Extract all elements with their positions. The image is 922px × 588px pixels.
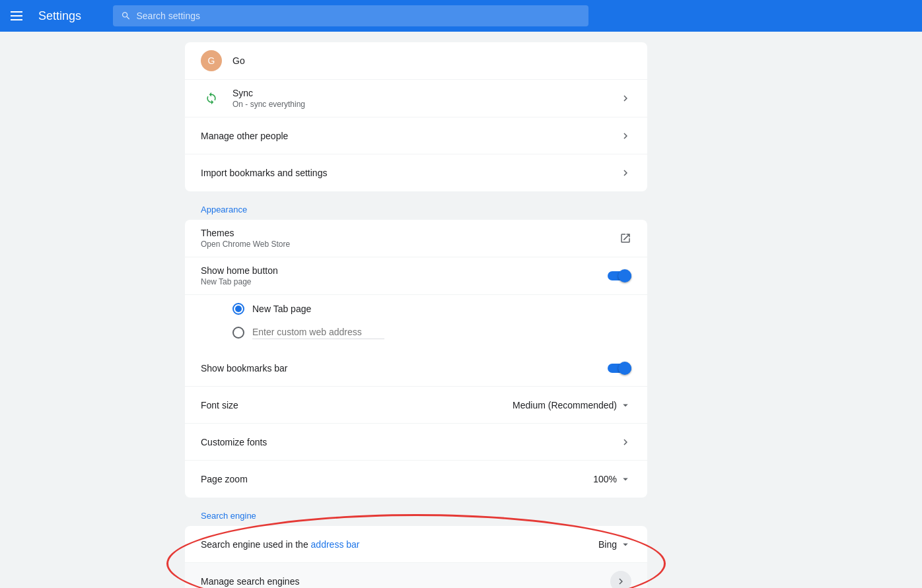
customize-fonts-text: Customize fonts	[201, 437, 620, 447]
page-zoom-dropdown[interactable]: 100%	[593, 473, 631, 485]
sync-label: Sync	[232, 88, 620, 98]
address-bar-link[interactable]: address bar	[311, 539, 360, 550]
search-icon	[121, 11, 131, 21]
menu-icon[interactable]	[11, 11, 22, 20]
manage-people-right	[620, 130, 631, 142]
external-link-icon	[620, 232, 631, 244]
sync-icon-wrap	[201, 88, 222, 109]
chevron-right-icon	[620, 436, 631, 448]
search-engine-row[interactable]: Search engine used in the address bar Bi…	[185, 526, 647, 563]
font-size-row[interactable]: Font size Medium (Recommended)	[185, 387, 647, 424]
themes-text: Themes Open Chrome Web Store	[201, 228, 620, 249]
sync-text: Sync On - sync everything	[232, 88, 620, 109]
customize-fonts-label: Customize fonts	[201, 437, 620, 447]
custom-address-radio-row[interactable]	[232, 320, 631, 344]
app-title: Settings	[38, 9, 81, 23]
new-tab-radio-selected[interactable]	[232, 303, 244, 315]
manage-search-engines-text: Manage search engines	[201, 576, 610, 587]
manage-search-engines-label: Manage search engines	[201, 576, 610, 587]
show-bookmarks-toggle[interactable]	[608, 362, 631, 375]
home-button-radio-group: New Tab page	[185, 295, 647, 350]
page-zoom-value: 100%	[593, 474, 617, 484]
search-engine-text: Search engine used in the address bar	[201, 539, 598, 550]
search-engine-dropdown[interactable]: Bing	[598, 539, 631, 550]
page-zoom-label: Page zoom	[201, 474, 593, 484]
manage-search-engines-button[interactable]	[610, 571, 631, 588]
profile-row[interactable]: G Go	[185, 42, 647, 80]
page-zoom-row[interactable]: Page zoom 100%	[185, 461, 647, 498]
manage-search-engines-row[interactable]: Manage search engines	[185, 563, 647, 588]
bookmarks-toggle[interactable]	[608, 362, 631, 375]
manage-people-row[interactable]: Manage other people	[185, 117, 647, 154]
search-engine-header: Search engine	[185, 500, 647, 526]
import-row[interactable]: Import bookmarks and settings	[185, 154, 647, 191]
profile-text: Go	[232, 55, 631, 66]
search-engine-wrapper: Search engine used in the address bar Bi…	[185, 526, 647, 588]
themes-row[interactable]: Themes Open Chrome Web Store	[185, 220, 647, 257]
people-section-card: G Go Sync On - sync everything	[185, 42, 647, 191]
themes-label: Themes	[201, 228, 620, 238]
page-zoom-text: Page zoom	[201, 474, 593, 484]
custom-address-radio[interactable]	[232, 327, 244, 339]
manage-people-label: Manage other people	[201, 131, 620, 141]
sidebar	[0, 32, 185, 588]
show-bookmarks-row[interactable]: Show bookmarks bar	[185, 350, 647, 387]
appearance-header: Appearance	[185, 194, 647, 220]
dropdown-arrow-icon	[620, 473, 631, 485]
new-tab-label: New Tab page	[252, 304, 311, 314]
search-engine-card: Search engine used in the address bar Bi…	[185, 526, 647, 588]
show-bookmarks-label: Show bookmarks bar	[201, 363, 608, 374]
themes-subtitle: Open Chrome Web Store	[201, 240, 620, 249]
sync-icon	[205, 92, 218, 105]
chevron-right-icon	[615, 575, 627, 587]
import-text: Import bookmarks and settings	[201, 168, 620, 178]
customize-fonts-row[interactable]: Customize fonts	[185, 424, 647, 461]
sync-row[interactable]: Sync On - sync everything	[185, 80, 647, 117]
search-bar	[113, 5, 588, 26]
appearance-section-card: Themes Open Chrome Web Store Show home b…	[185, 220, 647, 498]
sync-status: On - sync everything	[232, 100, 620, 109]
search-input[interactable]	[137, 11, 581, 21]
import-label: Import bookmarks and settings	[201, 168, 620, 178]
show-home-button-label: Show home button	[201, 265, 608, 276]
themes-right	[620, 232, 631, 244]
new-tab-radio-row[interactable]: New Tab page	[232, 298, 631, 320]
chevron-right-icon	[620, 130, 631, 142]
home-button-toggle[interactable]	[608, 269, 631, 282]
top-bar: Settings	[0, 0, 922, 32]
customize-fonts-right	[620, 436, 631, 448]
import-right	[620, 167, 631, 179]
show-home-button-row[interactable]: Show home button New Tab page	[185, 257, 647, 295]
show-bookmarks-text: Show bookmarks bar	[201, 363, 608, 374]
search-engine-value: Bing	[598, 539, 617, 550]
avatar: G	[201, 50, 222, 71]
custom-address-input[interactable]	[252, 325, 384, 339]
dropdown-arrow-icon	[620, 399, 631, 411]
manage-people-text: Manage other people	[201, 131, 620, 141]
chevron-right-icon	[620, 167, 631, 179]
font-size-value: Medium (Recommended)	[513, 400, 617, 410]
sync-row-right	[620, 92, 631, 104]
main-content: G Go Sync On - sync everything	[0, 0, 922, 588]
show-home-button-toggle[interactable]	[608, 269, 631, 282]
manage-search-engines-right	[610, 571, 631, 588]
show-home-button-subtitle: New Tab page	[201, 277, 608, 286]
font-size-label: Font size	[201, 400, 513, 410]
dropdown-arrow-icon	[620, 539, 631, 550]
font-size-dropdown[interactable]: Medium (Recommended)	[513, 399, 631, 411]
chevron-right-icon	[620, 92, 631, 104]
settings-content: G Go Sync On - sync everything	[185, 32, 647, 588]
font-size-text: Font size	[201, 400, 513, 410]
search-engine-label: Search engine used in the address bar	[201, 539, 598, 550]
show-home-button-text: Show home button New Tab page	[201, 265, 608, 286]
